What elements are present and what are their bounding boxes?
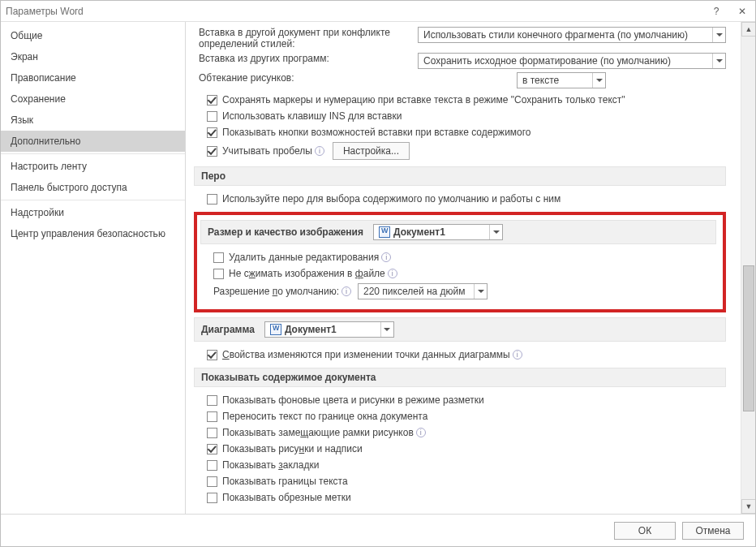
paste-conflict-label-b: определений стилей:: [199, 38, 390, 50]
info-icon[interactable]: i: [381, 252, 391, 262]
chevron-down-icon: [380, 322, 393, 337]
paste-other-combo[interactable]: Сохранить исходное форматирование (по ум…: [418, 53, 726, 69]
section-image-title: Размер и качество изображения: [208, 226, 363, 238]
word-doc-icon: [379, 226, 390, 238]
image-doc-value: Документ1: [393, 226, 445, 238]
cb-paste-options-label: Показывать кнопки возможностей вставки п…: [222, 127, 531, 138]
section-pen-title: Перо: [201, 170, 226, 182]
cb-bookmarks[interactable]: [207, 460, 217, 471]
dialog-body: Общие Экран Правописание Сохранение Язык…: [1, 22, 755, 514]
scroll-thumb[interactable]: [743, 265, 754, 411]
paste-other-value: Сохранить исходное форматирование (по ум…: [423, 55, 671, 67]
cb-keep-bullets-label: Сохранять маркеры и нумерацию при вставк…: [222, 94, 625, 106]
sidebar-item-save[interactable]: Сохранение: [1, 88, 185, 110]
info-icon[interactable]: i: [416, 428, 426, 437]
sidebar-item-advanced[interactable]: Дополнительно: [1, 131, 185, 152]
smart-paste-settings-button[interactable]: Настройка...: [333, 142, 410, 160]
cb-no-compress-label: Не сжимать изображения в файле: [229, 268, 385, 279]
cb-pen-select[interactable]: [207, 194, 217, 205]
cb-drawings-label: Показывать рисунки и надписи: [222, 443, 363, 454]
sidebar-item-language[interactable]: Язык: [1, 110, 185, 131]
cb-paste-options[interactable]: [207, 127, 217, 138]
info-icon[interactable]: i: [388, 269, 397, 278]
info-icon[interactable]: i: [341, 286, 351, 296]
section-show-title: Показывать содержимое документа: [201, 372, 376, 383]
chevron-down-icon: [712, 54, 725, 68]
cb-drawings[interactable]: [207, 444, 217, 454]
sidebar-item-qat[interactable]: Панель быстрого доступа: [1, 177, 185, 198]
titlebar: Параметры Word ? ✕: [1, 1, 755, 22]
cb-discard-edit-data[interactable]: [213, 252, 224, 263]
cb-smart-paste[interactable]: [207, 146, 217, 157]
highlight-image-section: Размер и качество изображения Документ1 …: [194, 212, 726, 312]
sidebar-item-general[interactable]: Общие: [1, 25, 185, 46]
cb-wrap-window-label: Переносить текст по границе окна докумен…: [222, 411, 427, 422]
picture-wrap-label: Обтекание рисунков:: [199, 72, 294, 84]
cb-pen-select-label: Используйте перо для выбора содержимого …: [222, 193, 561, 205]
picture-wrap-combo[interactable]: в тексте: [517, 72, 606, 88]
chevron-down-icon: [489, 225, 502, 239]
settings-scroll: Вставка в другой документ при конфликте …: [186, 22, 741, 514]
window-title: Параметры Word: [6, 6, 84, 17]
section-pen: Перо: [194, 166, 726, 186]
paste-conflict-combo[interactable]: Использовать стили конечного фрагмента (…: [418, 27, 726, 43]
scroll-down-button[interactable]: ▼: [741, 499, 755, 514]
ok-button[interactable]: ОК: [614, 522, 676, 540]
default-resolution-combo[interactable]: 220 пикселей на дюйм: [358, 283, 488, 299]
info-icon[interactable]: i: [315, 146, 324, 156]
cb-smart-paste-label: Учитывать пробелы: [222, 145, 312, 157]
dialog-footer: ОК Отмена: [1, 514, 755, 546]
cb-text-borders-label: Показывать границы текста: [222, 476, 348, 487]
info-icon[interactable]: i: [513, 350, 522, 360]
default-resolution-value: 220 пикселей на дюйм: [363, 286, 466, 297]
word-options-dialog: Параметры Word ? ✕ Общие Экран Правописа…: [0, 0, 756, 547]
cancel-button[interactable]: Отмена: [682, 522, 744, 540]
sidebar-item-trust-center[interactable]: Центр управления безопасностью: [1, 223, 185, 244]
sidebar-item-display[interactable]: Экран: [1, 46, 185, 67]
sidebar-item-addins[interactable]: Надстройки: [1, 200, 185, 223]
cb-bookmarks-label: Показывать закладки: [222, 459, 319, 471]
section-chart-title: Диаграмма: [201, 324, 255, 335]
chevron-down-icon: [712, 28, 725, 42]
section-image: Размер и качество изображения Документ1: [200, 220, 716, 244]
help-button[interactable]: ?: [703, 1, 729, 22]
vertical-scrollbar[interactable]: ▲ ▼: [741, 22, 755, 514]
cb-text-borders[interactable]: [207, 476, 217, 487]
paste-other-label: Вставка из других программ:: [199, 53, 329, 64]
word-doc-icon: [270, 324, 281, 335]
cb-ins-key[interactable]: [207, 111, 217, 122]
close-button[interactable]: ✕: [729, 1, 755, 22]
category-sidebar: Общие Экран Правописание Сохранение Язык…: [1, 22, 186, 514]
cb-discard-edit-data-label: Удалить данные редактирования: [229, 252, 379, 263]
cb-placeholder-label: Показывать замещающие рамки рисунков: [222, 427, 414, 438]
picture-wrap-value: в тексте: [522, 75, 559, 86]
chevron-down-icon: [592, 73, 605, 88]
image-doc-combo[interactable]: Документ1: [373, 224, 503, 240]
sidebar-item-customize-ribbon[interactable]: Настроить ленту: [1, 153, 185, 177]
cb-crop-marks[interactable]: [207, 493, 217, 503]
cb-ins-key-label: Использовать клавишу INS для вставки: [222, 110, 402, 122]
sidebar-item-proofing[interactable]: Правописание: [1, 67, 185, 88]
window-controls: ? ✕: [703, 1, 755, 22]
section-chart: Диаграмма Документ1: [194, 317, 726, 342]
cb-placeholder[interactable]: [207, 428, 217, 438]
cb-crop-marks-label: Показывать обрезные метки: [222, 492, 351, 503]
cb-chart-props-label: Свойства изменяются при изменении точки …: [222, 349, 510, 360]
cb-keep-bullets[interactable]: [207, 95, 217, 106]
paste-conflict-value: Использовать стили конечного фрагмента (…: [423, 29, 688, 41]
cb-no-compress[interactable]: [213, 269, 224, 279]
default-resolution-label: Разрешение по умолчанию:: [213, 286, 339, 297]
cb-chart-props[interactable]: [207, 350, 217, 360]
cb-show-bg[interactable]: [207, 395, 217, 406]
cb-wrap-window[interactable]: [207, 411, 217, 422]
section-show-content: Показывать содержимое документа: [194, 368, 726, 387]
chart-doc-value: Документ1: [285, 324, 337, 335]
chevron-down-icon: [474, 284, 487, 299]
cb-show-bg-label: Показывать фоновые цвета и рисунки в реж…: [222, 394, 484, 406]
chart-doc-combo[interactable]: Документ1: [264, 321, 394, 338]
paste-conflict-label-a: Вставка в другой документ при конфликте: [199, 27, 390, 38]
settings-panel: Вставка в другой документ при конфликте …: [186, 22, 755, 514]
scroll-up-button[interactable]: ▲: [741, 22, 755, 37]
